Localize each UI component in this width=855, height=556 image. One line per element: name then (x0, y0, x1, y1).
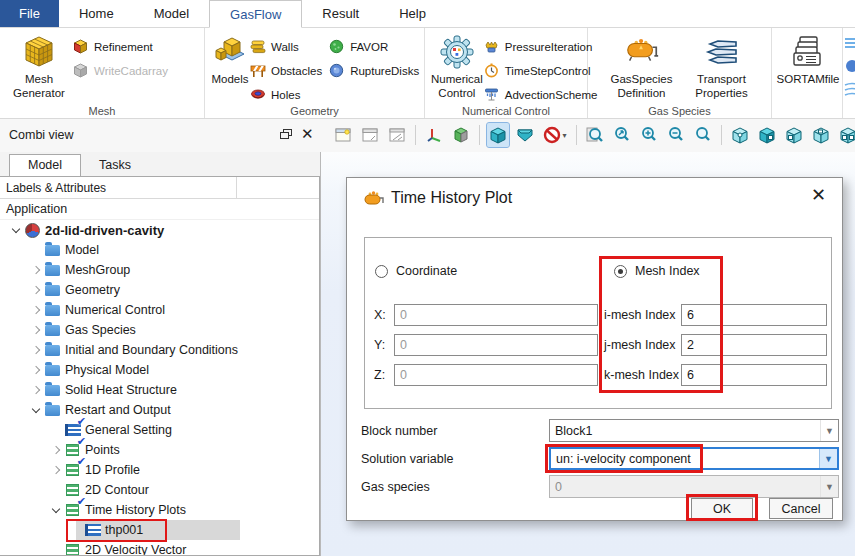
panel-splitter[interactable] (320, 152, 321, 556)
tree-item-points[interactable]: Points (0, 440, 319, 460)
tab-help[interactable]: Help (379, 0, 446, 27)
chevron-down-icon[interactable]: ▼ (820, 420, 838, 441)
radio-coordinate-circle[interactable] (375, 265, 388, 278)
application-row: Application (0, 199, 319, 220)
tab-home[interactable]: Home (59, 0, 134, 27)
transport-properties-button[interactable]: Transport Properties (689, 31, 755, 101)
tree-item-general-setting[interactable]: General Setting (0, 420, 319, 440)
holes-button[interactable]: Holes (249, 86, 322, 103)
radio-coordinate[interactable]: Coordinate (375, 264, 457, 278)
hide-entity-icon[interactable]: ▾ (541, 123, 569, 147)
cascade-window-icon[interactable] (386, 123, 408, 147)
walls-button[interactable]: Walls (249, 38, 322, 55)
chevron-collapsed-icon[interactable] (28, 282, 44, 298)
dialog-close-icon[interactable]: ✕ (811, 186, 826, 204)
chevron-collapsed-icon[interactable] (28, 322, 44, 338)
time-step-control-button[interactable]: TimeStepControl (483, 62, 598, 79)
pressure-iteration-button[interactable]: PressureIteration (483, 38, 598, 55)
zoom-all-icon[interactable] (692, 123, 714, 147)
tab-gasflow[interactable]: GasFlow (209, 0, 302, 28)
y-field: 0 (394, 334, 598, 356)
chevron-collapsed-icon[interactable] (28, 362, 44, 378)
j-mesh-index-field[interactable]: 2 (681, 334, 827, 356)
clip-wedge-icon[interactable] (514, 123, 536, 147)
tree-item-2d-lid-driven-cavity[interactable]: 2d-lid-driven-cavity (0, 220, 319, 240)
tree-item-geometry[interactable]: Geometry (0, 280, 319, 300)
chevron-collapsed-icon[interactable] (28, 302, 44, 318)
i-mesh-index-field[interactable]: 6 (681, 304, 827, 326)
solution-variable-combobox[interactable]: un: i-velocity component ▼ (549, 447, 839, 470)
chevron-expanded-icon[interactable] (28, 402, 44, 418)
cancel-button[interactable]: Cancel (769, 498, 833, 519)
chevron-collapsed-icon[interactable] (28, 382, 44, 398)
tab-file[interactable]: File (0, 0, 59, 27)
tree-item-numerical-control[interactable]: Numerical Control (0, 300, 319, 320)
zoom-fit-icon[interactable] (584, 123, 606, 147)
k-mesh-index-field[interactable]: 6 (681, 364, 827, 386)
zoom-window-icon[interactable] (611, 123, 633, 147)
radio-mesh-index-circle[interactable] (614, 265, 627, 278)
view-cube-front-icon[interactable] (756, 123, 778, 147)
solid-object-icon[interactable] (450, 123, 472, 147)
tree-item-restart-and-output[interactable]: Restart and Output (0, 400, 319, 420)
tab-model[interactable]: Model (134, 0, 209, 27)
tree-item-label: Physical Model (65, 363, 149, 377)
tab-result[interactable]: Result (302, 0, 379, 27)
window-icon[interactable] (359, 123, 381, 147)
rupture-disks-button[interactable]: RuptureDisks (328, 62, 419, 79)
block-number-combobox[interactable]: Block1 ▼ (549, 419, 839, 442)
tree-item-thp001[interactable]: thp001 (0, 520, 319, 540)
numerical-control-button[interactable]: Numerical Control (431, 31, 483, 101)
radio-mesh-index[interactable]: Mesh Index (614, 264, 700, 278)
chevron-expanded-icon[interactable] (48, 502, 64, 518)
tree-item-2d-velocity-vector[interactable]: 2D Velocity Vector (0, 540, 319, 556)
obstacles-button[interactable]: Obstacles (249, 62, 322, 79)
tab-panel-tasks[interactable]: Tasks (81, 155, 149, 176)
axis-triad-icon[interactable] (423, 123, 445, 147)
tree-item-physical-model[interactable]: Physical Model (0, 360, 319, 380)
panel-restore-icon[interactable] (280, 129, 291, 138)
models-button[interactable]: Models (211, 31, 249, 87)
new-window-icon[interactable] (332, 123, 354, 147)
advection-scheme-button[interactable]: AdvectionScheme (483, 86, 598, 103)
tree-item-1d-profile[interactable]: 1D Profile (0, 460, 319, 480)
view-cube-back-icon[interactable] (783, 123, 805, 147)
tree-item-2d-contour[interactable]: 2D Contour (0, 480, 319, 500)
walls-icon (249, 38, 266, 55)
tree-item-initial-boundary-conditions[interactable]: Initial and Boundary Conditions (0, 340, 319, 360)
favor-button[interactable]: FAVOR (328, 38, 419, 55)
view-cube-iso-icon[interactable] (729, 123, 751, 147)
tree-item-label: Initial and Boundary Conditions (65, 343, 238, 357)
gas-species-definition-icon (623, 33, 661, 71)
gas-species-definition-button[interactable]: GasSpecies Definition (605, 31, 679, 101)
ok-button[interactable]: OK (691, 498, 753, 519)
refinement-button[interactable]: Refinement (72, 38, 168, 55)
sortam-file-button[interactable]: SORTAMfile (778, 31, 838, 87)
tree-item-label: MeshGroup (65, 263, 130, 277)
tree-item-model[interactable]: Model (0, 240, 319, 260)
tree-item-gas-species[interactable]: Gas Species (0, 320, 319, 340)
mesh-generator-button[interactable]: Mesh Generator (6, 31, 72, 101)
ribbon-group-sortam: SORTAMfile (772, 28, 843, 118)
chevron-collapsed-icon[interactable] (48, 462, 64, 478)
zoom-in-icon[interactable] (638, 123, 660, 147)
ribbon: Mesh Generator Refinement WriteCadarray … (0, 28, 855, 119)
tree-item-label: Model (65, 243, 99, 257)
view-cube-left-icon[interactable] (810, 123, 832, 147)
list-icon (84, 522, 101, 538)
radio-coordinate-label: Coordinate (396, 264, 457, 278)
chevron-down-icon[interactable]: ▼ (819, 449, 837, 468)
advection-scheme-label: AdvectionScheme (505, 89, 598, 101)
chevron-collapsed-icon[interactable] (28, 262, 44, 278)
zoom-out-icon[interactable] (665, 123, 687, 147)
tab-panel-model[interactable]: Model (9, 154, 81, 176)
shaded-cube-icon[interactable] (487, 123, 509, 147)
chevron-expanded-icon[interactable] (8, 222, 24, 238)
tree-item-meshgroup[interactable]: MeshGroup (0, 260, 319, 280)
tree-item-solid-heat-structure[interactable]: Solid Heat Structure (0, 380, 319, 400)
chevron-collapsed-icon[interactable] (48, 442, 64, 458)
panel-close-icon[interactable]: ✕ (301, 126, 314, 141)
view-cube-right-icon[interactable] (837, 123, 855, 147)
chevron-collapsed-icon[interactable] (28, 342, 44, 358)
tree-item-time-history-plots[interactable]: Time History Plots (0, 500, 319, 520)
